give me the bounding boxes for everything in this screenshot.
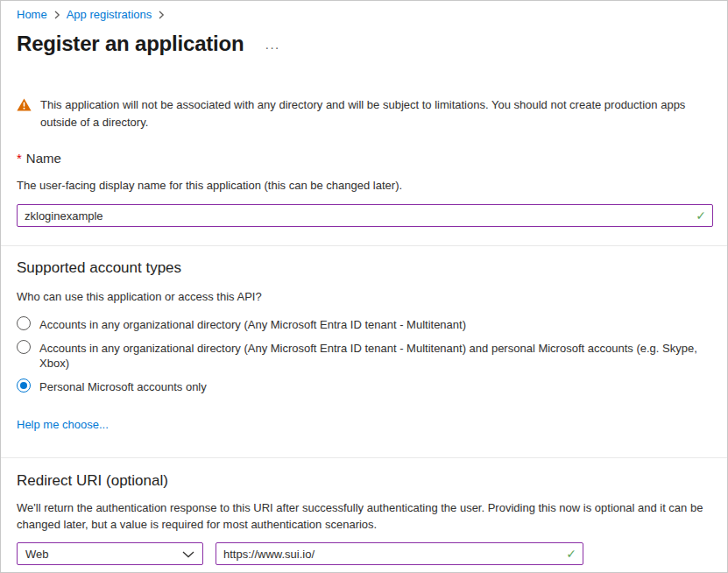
name-input-wrap: ✓ — [17, 204, 713, 227]
breadcrumb-home-link[interactable]: Home — [17, 8, 47, 22]
register-application-page: Home App registrations Register an appli… — [0, 0, 728, 573]
warning-banner: This application will not be associated … — [17, 96, 713, 131]
account-type-radio-group: Accounts in any organizational directory… — [17, 316, 713, 394]
redirect-uri-input[interactable] — [216, 542, 583, 565]
radio-option-label: Accounts in any organizational directory… — [39, 340, 707, 371]
title-row: Register an application ··· — [17, 31, 713, 57]
radio-circle-icon[interactable] — [17, 316, 31, 330]
radio-option-multitenant[interactable]: Accounts in any organizational directory… — [17, 316, 713, 332]
more-options-icon[interactable]: ··· — [265, 38, 279, 57]
redirect-uri-input-wrap: ✓ — [216, 542, 583, 565]
section-divider — [1, 457, 727, 458]
name-field-description: The user-facing display name for this ap… — [17, 178, 713, 194]
radio-option-label: Personal Microsoft accounts only — [39, 378, 207, 394]
chevron-right-icon — [53, 11, 60, 19]
breadcrumb: Home App registrations — [17, 8, 713, 22]
platform-select-value: Web — [25, 548, 49, 561]
page-title: Register an application — [17, 31, 244, 57]
warning-text: This application will not be associated … — [40, 96, 713, 131]
warning-triangle-icon — [17, 98, 32, 115]
breadcrumb-app-registrations-link[interactable]: App registrations — [67, 8, 152, 22]
chevron-right-icon — [158, 11, 165, 19]
chevron-down-icon — [182, 548, 194, 561]
radio-option-personal-only[interactable]: Personal Microsoft accounts only — [17, 378, 713, 394]
redirect-uri-row: Web ✓ — [17, 542, 713, 565]
name-input[interactable] — [17, 204, 713, 227]
radio-circle-icon[interactable] — [17, 378, 31, 393]
supported-account-types-heading: Supported account types — [17, 258, 713, 278]
redirect-uri-description: We'll return the authentication response… — [17, 499, 713, 533]
redirect-uri-heading: Redirect URI (optional) — [17, 471, 713, 491]
radio-circle-icon[interactable] — [17, 340, 31, 354]
radio-option-multitenant-personal[interactable]: Accounts in any organizational directory… — [17, 340, 713, 371]
name-field-label: *Name — [17, 151, 713, 166]
radio-option-label: Accounts in any organizational directory… — [39, 316, 466, 332]
section-divider — [1, 245, 727, 246]
platform-select[interactable]: Web — [17, 542, 203, 565]
help-me-choose-link[interactable]: Help me choose... — [17, 417, 109, 433]
required-asterisk: * — [17, 151, 22, 166]
account-types-question: Who can use this application or access t… — [17, 289, 713, 305]
